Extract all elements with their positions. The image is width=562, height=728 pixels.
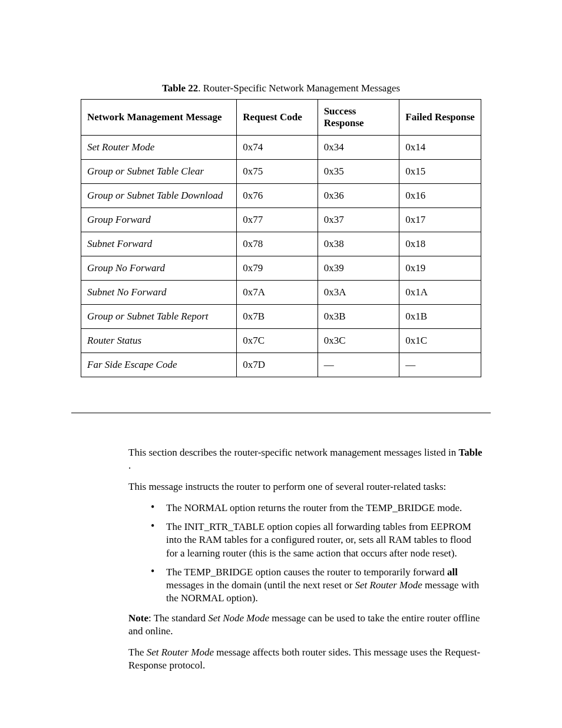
cell-failed: 0x17 (399, 208, 481, 232)
table-row: Far Side Escape Code 0x7D — — (81, 353, 481, 377)
cell-success: 0x38 (318, 232, 399, 256)
table-row: Subnet No Forward 0x7A 0x3A 0x1A (81, 281, 481, 305)
table-row: Group or Subnet Table Clear 0x75 0x35 0x… (81, 160, 481, 184)
cell-request: 0x7B (237, 305, 318, 329)
intro-table-ref: Table (459, 447, 482, 458)
cell-failed: 0x16 (399, 184, 481, 208)
table-row: Subnet Forward 0x78 0x38 0x18 (81, 232, 481, 256)
messages-table: Network Management Message Request Code … (81, 99, 481, 377)
li3-bold-all: all (447, 566, 458, 578)
cell-success: 0x3B (318, 305, 399, 329)
table-caption: Table 22. Router-Specific Network Manage… (0, 83, 562, 94)
cell-request: 0x77 (237, 208, 318, 232)
table-row: Group No Forward 0x79 0x39 0x19 (81, 256, 481, 281)
li3-ital: Set Router Mode (355, 579, 422, 591)
cell-message: Group or Subnet Table Report (81, 305, 237, 329)
table-row: Router Status 0x7C 0x3C 0x1C (81, 329, 481, 353)
intro-text: This section describes the router-specif… (128, 447, 459, 458)
cell-message: Group Forward (81, 208, 237, 232)
list-item: The TEMP_BRIDGE option causes the router… (160, 566, 483, 605)
cell-success: 0x35 (318, 160, 399, 184)
col-header-message: Network Management Message (81, 100, 237, 136)
table-row: Set Router Mode 0x74 0x34 0x14 (81, 136, 481, 160)
table-row: Group or Subnet Table Report 0x7B 0x3B 0… (81, 305, 481, 329)
cell-failed: — (399, 353, 481, 377)
cell-request: 0x7D (237, 353, 318, 377)
table-header-row: Network Management Message Request Code … (81, 100, 481, 136)
cell-failed: 0x14 (399, 136, 481, 160)
page: Table 22. Router-Specific Network Manage… (0, 83, 562, 728)
cell-request: 0x7A (237, 281, 318, 305)
cell-message: Group or Subnet Table Download (81, 184, 237, 208)
list-item: The NORMAL option returns the router fro… (160, 502, 483, 515)
section-separator (71, 413, 491, 413)
note-label: Note (128, 612, 148, 624)
cell-success: 0x34 (318, 136, 399, 160)
options-list: The NORMAL option returns the router fro… (128, 502, 483, 605)
cell-success: 0x39 (318, 256, 399, 281)
cell-failed: 0x1C (399, 329, 481, 353)
cell-failed: 0x1B (399, 305, 481, 329)
last-paragraph: The Set Router Mode message affects both… (128, 646, 483, 672)
cell-message: Subnet Forward (81, 232, 237, 256)
note-text-a: : The standard (148, 612, 208, 624)
cell-message: Subnet No Forward (81, 281, 237, 305)
note-ital: Set Node Mode (208, 612, 269, 624)
cell-request: 0x75 (237, 160, 318, 184)
cell-success: 0x3C (318, 329, 399, 353)
cell-message: Far Side Escape Code (81, 353, 237, 377)
intro-paragraph-2: This message instructs the router to per… (128, 480, 483, 493)
last-ital: Set Router Mode (147, 647, 214, 658)
cell-failed: 0x19 (399, 256, 481, 281)
cell-request: 0x79 (237, 256, 318, 281)
intro-paragraph-1: This section describes the router-specif… (128, 446, 483, 472)
cell-success: — (318, 353, 399, 377)
body-text: This section describes the router-specif… (128, 446, 483, 672)
col-header-request: Request Code (237, 100, 318, 136)
table-caption-text: . Router-Specific Network Management Mes… (198, 83, 400, 94)
cell-request: 0x74 (237, 136, 318, 160)
table-row: Group or Subnet Table Download 0x76 0x36… (81, 184, 481, 208)
cell-message: Router Status (81, 329, 237, 353)
cell-request: 0x76 (237, 184, 318, 208)
col-header-failed: Failed Response (399, 100, 481, 136)
cell-success: 0x36 (318, 184, 399, 208)
cell-failed: 0x15 (399, 160, 481, 184)
list-item: The INIT_RTR_TABLE option copies all for… (160, 521, 483, 559)
intro-period: . (128, 460, 131, 471)
last-text-a: The (128, 647, 147, 658)
cell-message: Set Router Mode (81, 136, 237, 160)
table-row: Group Forward 0x77 0x37 0x17 (81, 208, 481, 232)
li3-text-b: messages in the domain (until the next r… (166, 579, 355, 591)
cell-request: 0x78 (237, 232, 318, 256)
col-header-success: Success Response (318, 100, 399, 136)
cell-failed: 0x18 (399, 232, 481, 256)
cell-message: Group No Forward (81, 256, 237, 281)
table-caption-number: Table 22 (162, 83, 198, 94)
cell-success: 0x3A (318, 281, 399, 305)
cell-message: Group or Subnet Table Clear (81, 160, 237, 184)
cell-success: 0x37 (318, 208, 399, 232)
note-paragraph: Note: The standard Set Node Mode message… (128, 612, 483, 638)
li3-text-a: The TEMP_BRIDGE option causes the router… (166, 566, 447, 578)
cell-failed: 0x1A (399, 281, 481, 305)
cell-request: 0x7C (237, 329, 318, 353)
